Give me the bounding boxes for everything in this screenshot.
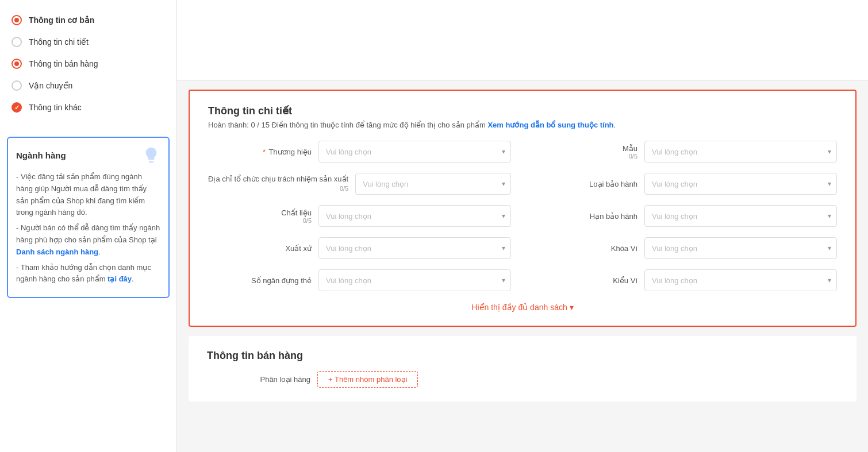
form-row-thuong-hieu: * Thương hiệu Vui lòng chọn ▾	[208, 141, 511, 163]
sidebar-item-ban-hang[interactable]: Thông tin bán hàng	[0, 53, 176, 75]
select-wrapper-han-bao-hanh: Vui lòng chọn ▾	[644, 205, 837, 227]
form-row-han-bao-hanh: Hạn bảo hành Vui lòng chọn ▾	[534, 205, 837, 227]
select-chat-lieu[interactable]: Vui lòng chọn	[318, 205, 511, 227]
select-loai-bao-hanh[interactable]: Vui lòng chọn	[644, 173, 837, 195]
label-loai-bao-hanh: Loại bảo hành	[534, 180, 637, 188]
label-thuong-hieu: * Thương hiệu	[208, 148, 312, 156]
nganh-hang-description: - Việc đăng tải sản phẩm đúng ngành hàng…	[16, 171, 160, 285]
nav-label-khac: Thông tin khác	[29, 103, 82, 112]
radio-co-ban	[11, 15, 22, 25]
select-so-ngan[interactable]: Vui lòng chọn	[318, 269, 511, 291]
chi-tiet-title: Thông tin chi tiết	[208, 105, 837, 117]
sidebar: Thông tin cơ bản Thông tin chi tiết Thôn…	[0, 0, 177, 452]
label-khoa-vi: Khóa Ví	[534, 244, 637, 253]
radio-ban-hang	[11, 59, 22, 69]
select-dia-chi[interactable]: Vui lòng chọn	[355, 173, 511, 195]
label-xuat-xu: Xuất xứ	[208, 244, 312, 253]
select-han-bao-hanh[interactable]: Vui lòng chọn	[644, 205, 837, 227]
label-chat-lieu: Chất liệu 0/5	[208, 208, 312, 224]
sidebar-item-co-ban[interactable]: Thông tin cơ bản	[0, 9, 176, 31]
danh-sach-link[interactable]: Danh sách ngành hàng	[16, 248, 98, 256]
chevron-down-icon: ▾	[570, 303, 574, 312]
label-dia-chi: Địa chỉ tổ chức chịu trách nhiệm sản xuấ…	[208, 174, 348, 194]
select-wrapper-kieu-vi: Vui lòng chọn ▾	[644, 269, 837, 291]
form-row-khoa-vi: Khóa Ví Vui lòng chọn ▾	[534, 237, 837, 259]
label-mau: Mẫu 0/5	[534, 144, 637, 160]
label-han-bao-hanh: Hạn bảo hành	[534, 212, 637, 221]
nganh-hang-box: Ngành hàng - Việc đăng tải sản phẩm đúng…	[7, 137, 170, 298]
select-wrapper-chat-lieu: Vui lòng chọn ▾	[318, 205, 511, 227]
sidebar-item-chi-tiet[interactable]: Thông tin chi tiết	[0, 31, 176, 53]
form-row-so-ngan: Số ngăn đựng thẻ Vui lòng chọn ▾	[208, 269, 511, 291]
radio-khac	[11, 102, 22, 113]
show-more-button[interactable]: Hiển thị đầy đủ danh sách ▾	[471, 303, 573, 312]
form-row-kieu-vi: Kiểu Ví Vui lòng chọn ▾	[534, 269, 837, 291]
main-content: Thông tin chi tiết Hoàn thành: 0 / 15 Đi…	[177, 0, 868, 452]
nav-section: Thông tin cơ bản Thông tin chi tiết Thôn…	[0, 0, 176, 128]
sidebar-item-van-chuyen[interactable]: Vận chuyển	[0, 75, 176, 96]
nav-label-co-ban: Thông tin cơ bản	[29, 16, 94, 25]
huong-dan-link[interactable]: Xem hướng dẫn bổ sung thuộc tính	[487, 121, 613, 129]
form-row-xuat-xu: Xuất xứ Vui lòng chọn ▾	[208, 237, 511, 259]
ban-hang-title: Thông tin bán hàng	[207, 350, 838, 362]
phan-loai-label: Phân loại hàng	[207, 375, 310, 384]
nganh-hang-title: Ngành hàng	[16, 146, 160, 164]
select-khoa-vi[interactable]: Vui lòng chọn	[644, 237, 837, 259]
radio-chi-tiet	[11, 37, 22, 47]
nav-label-chi-tiet: Thông tin chi tiết	[29, 37, 89, 47]
form-row-chat-lieu: Chất liệu 0/5 Vui lòng chọn ▾	[208, 205, 511, 227]
form-row-dia-chi: Địa chỉ tổ chức chịu trách nhiệm sản xuấ…	[208, 173, 511, 195]
add-category-button[interactable]: + Thêm nhóm phân loại	[317, 371, 418, 388]
select-wrapper-thuong-hieu: Vui lòng chọn ▾	[318, 141, 511, 163]
sidebar-item-khac[interactable]: Thông tin khác	[0, 96, 176, 118]
phan-loai-row: Phân loại hàng + Thêm nhóm phân loại	[207, 371, 838, 388]
top-section	[177, 0, 868, 80]
select-wrapper-xuat-xu: Vui lòng chọn ▾	[318, 237, 511, 259]
select-wrapper-dia-chi: Vui lòng chọn ▾	[355, 173, 511, 195]
ban-hang-section: Thông tin bán hàng Phân loại hàng + Thêm…	[189, 336, 857, 401]
select-wrapper-so-ngan: Vui lòng chọn ▾	[318, 269, 511, 291]
form-row-loai-bao-hanh: Loại bảo hành Vui lòng chọn ▾	[534, 173, 837, 195]
label-so-ngan: Số ngăn đựng thẻ	[208, 276, 312, 285]
nav-label-ban-hang: Thông tin bán hàng	[29, 59, 98, 68]
select-thuong-hieu[interactable]: Vui lòng chọn	[318, 141, 511, 163]
lightbulb-icon	[142, 146, 160, 164]
tai-day-link[interactable]: tại đây	[107, 275, 132, 283]
select-kieu-vi[interactable]: Vui lòng chọn	[644, 269, 837, 291]
show-more-row: Hiển thị đầy đủ danh sách ▾	[208, 303, 837, 312]
select-xuat-xu[interactable]: Vui lòng chọn	[318, 237, 511, 259]
nav-label-van-chuyen: Vận chuyển	[29, 81, 72, 90]
select-wrapper-loai-bao-hanh: Vui lòng chọn ▾	[644, 173, 837, 195]
select-wrapper-khoa-vi: Vui lòng chọn ▾	[644, 237, 837, 259]
form-grid: * Thương hiệu Vui lòng chọn ▾ Mẫu 0/5	[208, 141, 837, 291]
select-wrapper-mau: Vui lòng chọn ▾	[644, 141, 837, 163]
form-row-mau: Mẫu 0/5 Vui lòng chọn ▾	[534, 141, 837, 163]
chi-tiet-section: Thông tin chi tiết Hoàn thành: 0 / 15 Đi…	[189, 90, 857, 327]
radio-van-chuyen	[11, 80, 22, 91]
select-mau[interactable]: Vui lòng chọn	[644, 141, 837, 163]
chi-tiet-subtitle: Hoàn thành: 0 / 15 Điền thông tin thuộc …	[208, 121, 837, 129]
label-kieu-vi: Kiểu Ví	[534, 276, 637, 285]
